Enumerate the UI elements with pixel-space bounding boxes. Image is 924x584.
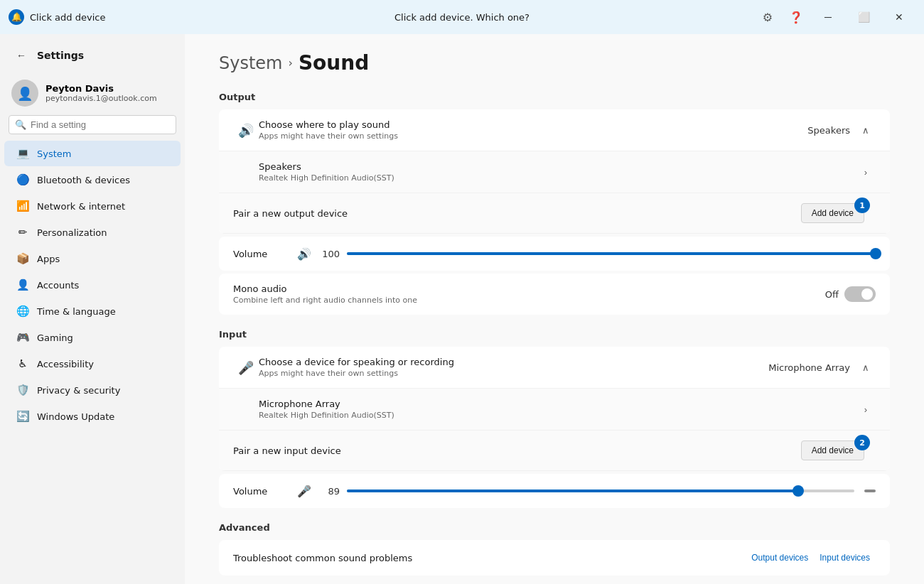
app-body: ← Settings 👤 Peyton Davis peytondavis.1@… bbox=[0, 34, 924, 584]
output-volume-value: 100 bbox=[318, 249, 340, 259]
output-card: 🔊 Choose where to play sound Apps might … bbox=[219, 109, 890, 234]
advanced-title: Advanced bbox=[219, 522, 890, 533]
breadcrumb-parent[interactable]: System bbox=[219, 53, 283, 73]
sidebar-item-apps[interactable]: 📦 Apps bbox=[4, 246, 181, 271]
minimize-button[interactable]: ─ bbox=[812, 6, 844, 28]
sidebar-item-system[interactable]: 💻 System bbox=[4, 141, 181, 166]
choose-output-subtitle: Apps might have their own settings bbox=[259, 131, 807, 141]
sidebar: ← Settings 👤 Peyton Davis peytondavis.1@… bbox=[0, 34, 185, 584]
input-slider-thumb[interactable] bbox=[793, 485, 804, 497]
user-profile: 👤 Peyton Davis peytondavis.1@outlook.com bbox=[0, 74, 185, 115]
apps-nav-icon: 📦 bbox=[16, 252, 30, 266]
sidebar-item-accounts[interactable]: 👤 Accounts bbox=[4, 272, 181, 298]
mic-array-row[interactable]: Microphone Array Realtek High Definition… bbox=[219, 389, 890, 431]
mic-array-content: Microphone Array Realtek High Definition… bbox=[259, 399, 856, 420]
mono-audio-knob bbox=[861, 288, 873, 300]
pair-input-row: Pair a new input device Add device 2 bbox=[219, 431, 890, 471]
speakers-content: Speakers Realtek High Definition Audio(S… bbox=[259, 161, 856, 183]
mic-icon: 🎤 bbox=[233, 360, 259, 375]
troubleshoot-row: Troubleshoot common sound problems Outpu… bbox=[219, 540, 890, 575]
breadcrumb: System › Sound bbox=[219, 51, 890, 75]
input-volume-label: Volume bbox=[233, 486, 290, 497]
sidebar-item-network[interactable]: 📶 Network & internet bbox=[4, 193, 181, 219]
input-volume-icon: 🎤 bbox=[297, 485, 311, 498]
sidebar-item-update[interactable]: 🔄 Windows Update bbox=[4, 404, 181, 429]
output-volume-row: Volume 🔊 100 bbox=[219, 237, 890, 271]
output-volume-slider[interactable] bbox=[347, 247, 876, 261]
content-area: System › Sound Output 🔊 Choose where to … bbox=[185, 34, 924, 584]
input-slider-fill bbox=[347, 490, 798, 492]
choose-input-row[interactable]: 🎤 Choose a device for speaking or record… bbox=[219, 347, 890, 389]
help-icon[interactable]: ❓ bbox=[783, 4, 809, 30]
personalization-nav-icon: ✏️ bbox=[16, 225, 30, 239]
sidebar-item-label-apps: Apps bbox=[37, 254, 60, 264]
mono-audio-toggle[interactable] bbox=[844, 286, 876, 302]
settings-icon[interactable]: ⚙️ bbox=[755, 4, 780, 30]
update-nav-icon: 🔄 bbox=[16, 409, 30, 423]
mono-audio-subtitle: Combine left and right audio channels in… bbox=[233, 296, 825, 305]
choose-input-value: Microphone Array bbox=[768, 362, 850, 373]
sidebar-item-label-time: Time & language bbox=[37, 306, 116, 317]
choose-output-row[interactable]: 🔊 Choose where to play sound Apps might … bbox=[219, 109, 890, 151]
input-slider-end-mark bbox=[864, 490, 876, 492]
speakers-chevron[interactable]: › bbox=[856, 162, 876, 182]
sidebar-item-label-accessibility: Accessibility bbox=[37, 359, 94, 369]
user-email: peytondavis.1@outlook.com bbox=[45, 94, 157, 103]
user-info: Peyton Davis peytondavis.1@outlook.com bbox=[45, 83, 157, 103]
sidebar-item-privacy[interactable]: 🛡️ Privacy & security bbox=[4, 377, 181, 403]
back-button[interactable]: ← bbox=[11, 45, 31, 65]
search-input[interactable] bbox=[31, 119, 170, 130]
sidebar-item-time[interactable]: 🌐 Time & language bbox=[4, 298, 181, 324]
app-logo: 🔔 bbox=[9, 9, 24, 25]
advanced-section: Advanced Troubleshoot common sound probl… bbox=[219, 522, 890, 575]
sidebar-item-label-accounts: Accounts bbox=[37, 280, 79, 291]
gaming-nav-icon: 🎮 bbox=[16, 330, 30, 345]
input-expand-button[interactable]: ∧ bbox=[856, 357, 876, 377]
sidebar-item-accessibility[interactable]: ♿ Accessibility bbox=[4, 351, 181, 377]
input-slider-track bbox=[347, 490, 854, 492]
output-slider-thumb[interactable] bbox=[870, 248, 881, 259]
titlebar: 🔔 Click add device Click add device. Whi… bbox=[0, 0, 924, 34]
accessibility-nav-icon: ♿ bbox=[16, 357, 30, 371]
mic-array-subtitle: Realtek High Definition Audio(SST) bbox=[259, 411, 856, 420]
sidebar-item-label-update: Windows Update bbox=[37, 411, 114, 422]
output-expand-button[interactable]: ∧ bbox=[856, 120, 876, 140]
close-button[interactable]: ✕ bbox=[883, 6, 915, 28]
mono-audio-state: Off bbox=[825, 289, 839, 300]
mic-array-chevron[interactable]: › bbox=[856, 399, 876, 419]
sidebar-item-gaming[interactable]: 🎮 Gaming bbox=[4, 325, 181, 350]
choose-output-right: Speakers ∧ bbox=[807, 120, 876, 140]
mono-audio-content: Mono audio Combine left and right audio … bbox=[233, 283, 825, 305]
mic-array-right: › bbox=[856, 399, 876, 419]
sidebar-item-label-network: Network & internet bbox=[37, 201, 125, 212]
output-slider-track bbox=[347, 252, 876, 255]
sidebar-item-bluetooth[interactable]: 🔵 Bluetooth & devices bbox=[4, 167, 181, 193]
choose-output-title: Choose where to play sound bbox=[259, 119, 807, 130]
choose-input-content: Choose a device for speaking or recordin… bbox=[259, 357, 768, 378]
input-volume-row: Volume 🎤 89 bbox=[219, 474, 890, 508]
output-devices-button[interactable]: Output devices bbox=[746, 550, 814, 566]
input-devices-button[interactable]: Input devices bbox=[814, 550, 876, 566]
user-name: Peyton Davis bbox=[45, 83, 157, 94]
pair-input-label: Pair a new input device bbox=[233, 445, 801, 456]
choose-output-content: Choose where to play sound Apps might ha… bbox=[259, 119, 807, 141]
pair-output-label: Pair a new output device bbox=[233, 208, 801, 219]
input-volume-slider[interactable] bbox=[347, 484, 854, 498]
accounts-nav-icon: 👤 bbox=[16, 278, 30, 292]
bluetooth-nav-icon: 🔵 bbox=[16, 173, 30, 187]
search-box[interactable]: 🔍 bbox=[9, 115, 176, 134]
speakers-title: Speakers bbox=[259, 161, 856, 172]
pair-output-row: Pair a new output device Add device 1 bbox=[219, 193, 890, 234]
sidebar-app-title: Settings bbox=[37, 50, 84, 61]
breadcrumb-separator: › bbox=[289, 56, 293, 70]
input-card: 🎤 Choose a device for speaking or record… bbox=[219, 347, 890, 471]
sidebar-header: ← Settings bbox=[0, 40, 185, 74]
speakers-row[interactable]: Speakers Realtek High Definition Audio(S… bbox=[219, 151, 890, 193]
output-volume-label: Volume bbox=[233, 249, 290, 259]
mono-audio-row: Mono audio Combine left and right audio … bbox=[219, 274, 890, 315]
restore-button[interactable]: ⬜ bbox=[847, 6, 880, 28]
choose-input-right: Microphone Array ∧ bbox=[768, 357, 876, 377]
nav-list: 💻 System 🔵 Bluetooth & devices 📶 Network… bbox=[0, 140, 185, 430]
sidebar-item-personalization[interactable]: ✏️ Personalization bbox=[4, 220, 181, 245]
search-icon: 🔍 bbox=[15, 119, 26, 130]
